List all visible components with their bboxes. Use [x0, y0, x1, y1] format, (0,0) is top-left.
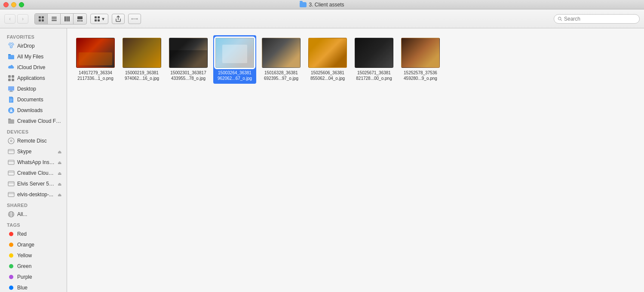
view-icon-button[interactable] — [35, 14, 48, 24]
svg-rect-46 — [8, 171, 14, 175]
sidebar-item-documents[interactable]: Documents — [2, 94, 65, 105]
svg-rect-50 — [8, 192, 14, 197]
sidebar-item-tag-blue[interactable]: Blue — [2, 283, 65, 292]
sidebar-item-airdrop[interactable]: AirDrop — [2, 41, 65, 51]
sidebar-item-skype[interactable]: Skype ⏏ — [2, 146, 65, 157]
sidebar-item-creative-cloud-d[interactable]: Creative Cloud... ⏏ — [2, 168, 65, 178]
svg-rect-48 — [8, 182, 14, 186]
sidebar-item-downloads[interactable]: Downloads — [2, 105, 65, 116]
whatsapp-eject-icon[interactable]: ⏏ — [58, 160, 61, 165]
remote-disc-icon — [8, 137, 15, 144]
file-grid: 14917279_36334 2117336...1_o.png15000219… — [74, 35, 637, 84]
elvis-desktop-eject-icon[interactable]: ⏏ — [58, 192, 61, 197]
file-thumbnail — [215, 38, 254, 68]
file-thumbnail — [123, 38, 161, 68]
svg-rect-25 — [8, 54, 11, 55]
svg-rect-16 — [95, 19, 97, 21]
network-icon — [8, 211, 15, 218]
svg-rect-10 — [77, 16, 83, 19]
file-thumbnail — [401, 38, 440, 68]
svg-rect-14 — [95, 16, 97, 18]
svg-point-18 — [132, 18, 133, 19]
file-name: 15025671_36381 821728...00_o.png — [356, 70, 392, 81]
sidebar: Favorites AirDrop All My Files — [0, 28, 67, 292]
share-button[interactable] — [112, 14, 125, 24]
tags-section-label: Tags — [0, 220, 67, 228]
creative-cloud-folder-icon — [8, 118, 15, 125]
back-button[interactable]: ‹ — [4, 14, 15, 24]
sidebar-item-tag-orange[interactable]: Orange — [2, 240, 65, 250]
downloads-icon — [8, 107, 15, 114]
file-item[interactable]: 15002301_363817 433955...78_o.jpg — [167, 35, 210, 84]
sidebar-icloud-label: iCloud Drive — [17, 64, 45, 70]
sidebar-elvis-desktop-label: elvis-desktop-... — [17, 192, 53, 198]
sort-button[interactable]: ▾ — [90, 14, 108, 24]
sidebar-creative-cloud-label: Creative Cloud Files — [17, 118, 61, 124]
sidebar-tag-green-label: Green — [17, 263, 31, 269]
sidebar-elvis-server-label: Elvis Server 5.2... — [17, 181, 55, 187]
sidebar-item-tag-red[interactable]: Red — [2, 229, 65, 239]
sidebar-item-tag-green[interactable]: Green — [2, 261, 65, 271]
sidebar-item-tag-yellow[interactable]: Yellow — [2, 250, 65, 261]
traffic-lights: ✕ − + — [3, 2, 24, 7]
content-area: 14917279_36334 2117336...1_o.png15000219… — [67, 28, 644, 292]
svg-rect-31 — [10, 91, 12, 91]
main-area: Favorites AirDrop All My Files — [0, 28, 644, 292]
path-button[interactable] — [128, 14, 141, 24]
minimize-button[interactable]: − — [11, 2, 16, 7]
airdrop-icon — [8, 43, 15, 49]
svg-point-41 — [10, 140, 12, 142]
elvis-desktop-icon — [8, 191, 15, 198]
file-name: 15002301_363817 433955...78_o.jpg — [170, 70, 206, 81]
file-item[interactable]: 15000219_36381 974062...16_o.jpg — [120, 35, 163, 84]
sidebar-item-elvis-desktop[interactable]: elvis-desktop-... ⏏ — [2, 189, 65, 200]
forward-button[interactable]: › — [17, 14, 28, 24]
file-item[interactable]: 15252578_37536 459280...9_o.png — [399, 35, 442, 84]
svg-rect-15 — [98, 16, 100, 18]
skype-eject-icon[interactable]: ⏏ — [58, 149, 61, 154]
svg-rect-1 — [42, 16, 44, 18]
sidebar-item-whatsapp[interactable]: WhatsApp Inst... ⏏ — [2, 157, 65, 167]
sidebar-applications-label: Applications — [17, 75, 45, 81]
sidebar-item-all-my-files[interactable]: All My Files — [2, 52, 65, 62]
maximize-button[interactable]: + — [19, 2, 24, 7]
sidebar-item-icloud-drive[interactable]: iCloud Drive — [2, 62, 65, 73]
svg-rect-30 — [8, 86, 14, 91]
elvis-server-eject-icon[interactable]: ⏏ — [58, 182, 61, 186]
svg-point-23 — [10, 46, 12, 48]
file-item[interactable]: 15016328_36381 692395...97_o.jpg — [260, 35, 303, 84]
file-item[interactable]: 15025671_36381 821728...00_o.png — [353, 35, 396, 84]
file-item[interactable]: 15025606_36381 855062...04_o.jpg — [306, 35, 349, 84]
view-cover-button[interactable] — [74, 14, 86, 24]
sort-dropdown-icon: ▾ — [102, 16, 104, 22]
svg-point-40 — [8, 138, 14, 144]
file-item[interactable]: 15003264_36381 962062...67_o.jpg — [213, 35, 256, 84]
close-button[interactable]: ✕ — [3, 2, 9, 7]
sidebar-item-remote-disc[interactable]: Remote Disc — [2, 136, 65, 146]
sidebar-item-desktop[interactable]: Desktop — [2, 84, 65, 94]
file-name: 15025606_36381 855062...04_o.jpg — [310, 70, 345, 81]
file-thumbnail — [308, 38, 347, 68]
file-name: 15016328_36381 692395...97_o.jpg — [264, 70, 298, 81]
creative-cloud-d-eject-icon[interactable]: ⏏ — [58, 171, 61, 176]
view-column-button[interactable] — [61, 14, 74, 24]
sidebar-whatsapp-label: WhatsApp Inst... — [17, 159, 55, 165]
applications-icon — [8, 75, 15, 82]
file-name: 15003264_36381 962062...67_o.jpg — [218, 70, 252, 81]
sidebar-item-creative-cloud[interactable]: Creative Cloud Files — [2, 116, 65, 126]
all-my-files-icon — [8, 53, 15, 60]
file-item[interactable]: 14917279_36334 2117336...1_o.png — [74, 35, 117, 84]
sidebar-item-tag-purple[interactable]: Purple — [2, 272, 65, 282]
tag-purple-icon — [8, 274, 15, 280]
sidebar-item-applications[interactable]: Applications — [2, 73, 65, 83]
sidebar-item-elvis-server[interactable]: Elvis Server 5.2... ⏏ — [2, 179, 65, 189]
tag-green-icon — [8, 263, 15, 270]
svg-rect-38 — [8, 119, 14, 124]
file-thumbnail — [262, 38, 301, 68]
view-list-button[interactable] — [48, 14, 61, 24]
documents-icon — [8, 96, 15, 103]
skype-drive-icon — [8, 148, 15, 155]
search-input[interactable] — [564, 16, 636, 22]
sidebar-item-all-shared[interactable]: All... — [2, 209, 65, 219]
search-bar[interactable] — [554, 14, 640, 24]
